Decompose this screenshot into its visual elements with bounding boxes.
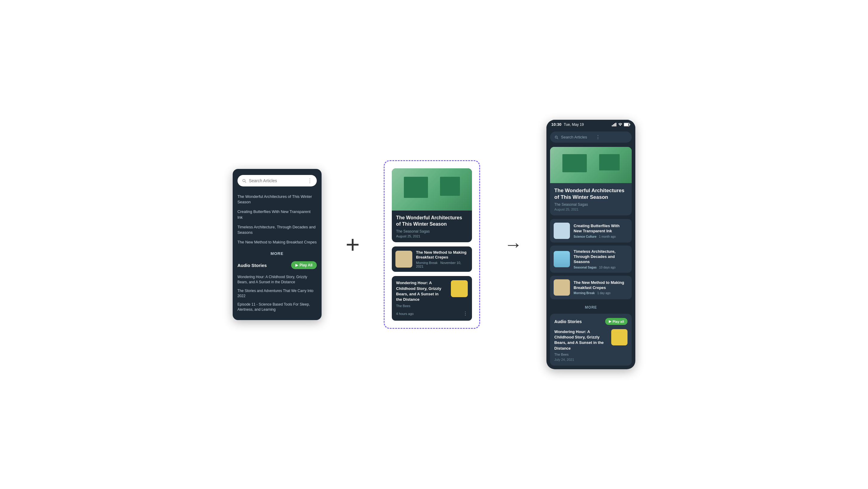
article-source: Seasonal Sagas [574, 266, 596, 269]
article-time: 1 day ago [597, 291, 611, 295]
list-article-card[interactable]: Timeless Architecture, Through Decades a… [550, 246, 632, 273]
audio-card-title: Wondering Hour: A Childhood Story, Grizz… [396, 280, 444, 302]
bees-image [611, 329, 627, 345]
big-featured-card[interactable]: The Wonderful Architectures of This Wint… [550, 147, 632, 215]
list-item[interactable]: The New Method to Making Breakfast Crepe… [238, 237, 317, 247]
search-input[interactable] [249, 178, 305, 183]
audio-item[interactable]: Wondering Hour: A Childhood Story, Grizz… [238, 273, 317, 287]
bees-image [451, 280, 468, 297]
article-meta: Science Culture 1 month ago [574, 235, 628, 238]
article-time: 10 days ago [599, 266, 616, 269]
more-button[interactable]: MORE [238, 251, 317, 256]
svg-point-4 [620, 125, 621, 126]
left-phone: ⋮ The Wonderful Architectures of This Wi… [233, 169, 321, 320]
article-content: Creating Butterflies With New Transparen… [574, 224, 628, 238]
svg-rect-2 [614, 123, 615, 126]
audio-section: Audio Stories ▶ Play all Wondering Hour:… [550, 314, 632, 366]
featured-article-source: The Seasonal Sagas [396, 229, 468, 233]
article-meta: Morning Break 1 day ago [574, 291, 628, 295]
center-component: The Wonderful Architectures of This Wint… [384, 160, 480, 329]
left-article-list: The Wonderful Architectures of This Wint… [238, 192, 317, 247]
list-item[interactable]: Timeless Architecture, Through Decades a… [238, 222, 317, 237]
right-phone: 10:30 Tue, May 19 [547, 120, 635, 369]
featured-article-date: August 25, 2021 [396, 234, 468, 238]
small-article-title: The New Method to Making Breakfast Crepe… [416, 250, 468, 260]
audio-story-card[interactable]: Wondering Hour: A Childhood Story, Grizz… [392, 276, 472, 321]
list-item[interactable]: The Wonderful Architectures of This Wint… [238, 192, 317, 207]
signal-icon [612, 123, 617, 126]
audio-item[interactable]: Episode 11 - Science Based Tools For Sle… [238, 300, 317, 314]
glasses-image [554, 223, 570, 239]
crepes-image [396, 251, 412, 267]
article-title: The New Method to Making Breakfast Crepe… [574, 280, 628, 290]
svg-rect-3 [615, 123, 616, 126]
play-all-label: Play All [300, 263, 313, 267]
article-image [554, 279, 570, 296]
article-title: Timeless Architecture, Through Decades a… [574, 249, 628, 264]
search-icon [242, 178, 247, 183]
big-featured-date: August 25, 2021 [554, 207, 627, 211]
play-all-label: Play all [613, 320, 624, 323]
article-source: Morning Break [574, 291, 595, 295]
search-icon [554, 135, 558, 139]
featured-article-image [392, 168, 472, 210]
audio-featured-date: July 24, 2021 [554, 358, 608, 362]
audio-list: Wondering Hour: A Childhood Story, Grizz… [238, 273, 317, 314]
small-article-meta: Morning Break November 10, 2021 [416, 261, 468, 268]
phone-more-button[interactable]: MORE [550, 302, 632, 313]
audio-featured-content: Wondering Hour: A Childhood Story, Grizz… [554, 329, 608, 362]
audio-section-header: Audio Stories ▶ Play All [238, 261, 317, 269]
crepes-image [554, 279, 570, 296]
plus-operator: + [346, 231, 360, 259]
audio-featured-source: The Bees [554, 353, 608, 356]
svg-rect-0 [612, 125, 613, 126]
more-options-icon[interactable]: ⋮ [307, 177, 313, 184]
svg-rect-6 [624, 123, 628, 126]
search-placeholder: Search Articles [561, 135, 593, 139]
list-article-card[interactable]: The New Method to Making Breakfast Crepe… [550, 276, 632, 299]
audio-item[interactable]: The Stories and Adventures That We Carry… [238, 287, 317, 300]
audio-card-thumbnail [451, 280, 468, 297]
audio-section-title: Audio Stories [238, 263, 267, 268]
status-icons [612, 123, 630, 126]
audio-card-source: The Bees [396, 304, 444, 308]
status-bar: 10:30 Tue, May 19 [547, 120, 635, 128]
audio-section-title: Audio Stories [554, 319, 582, 324]
phone-search-bar[interactable]: Search Articles ⋮ [550, 132, 632, 143]
audio-featured-title: Wondering Hour: A Childhood Story, Grizz… [554, 329, 608, 351]
play-all-button[interactable]: ▶ Play all [605, 318, 627, 325]
small-article-card[interactable]: The New Method to Making Breakfast Crepe… [392, 247, 472, 272]
article-image [554, 223, 570, 239]
featured-article-card[interactable]: The Wonderful Architectures of This Wint… [392, 168, 472, 242]
audio-card-footer: 4 hours ago ⋮ [396, 311, 468, 316]
left-search-bar[interactable]: ⋮ [238, 175, 317, 186]
building-image [392, 168, 472, 210]
wifi-icon [618, 123, 623, 126]
big-featured-source: The Seasonal Sagas [554, 202, 627, 207]
featured-article-content: The Wonderful Architectures of This Wint… [392, 210, 472, 242]
audio-featured-thumbnail [611, 329, 627, 345]
audio-options-icon[interactable]: ⋮ [463, 311, 468, 316]
list-article-card[interactable]: Creating Butterflies With New Transparen… [550, 219, 632, 242]
phone-main-content: Search Articles ⋮ The Wonderful Architec… [547, 128, 635, 369]
arrow-operator: → [504, 234, 522, 255]
architecture-image [554, 251, 570, 267]
article-title: Creating Butterflies With New Transparen… [574, 224, 628, 234]
status-date: Tue, May 19 [564, 122, 584, 127]
status-time: 10:30 [551, 122, 561, 127]
play-icon: ▶ [609, 319, 611, 323]
audio-section-header: Audio Stories ▶ Play all [554, 318, 627, 325]
battery-icon [624, 123, 630, 126]
play-all-button[interactable]: ▶ Play All [291, 261, 317, 269]
small-article-content: The New Method to Making Breakfast Crepe… [416, 250, 468, 268]
list-item[interactable]: Creating Butterflies With New Transparen… [238, 207, 317, 222]
article-content: Timeless Architecture, Through Decades a… [574, 249, 628, 269]
search-options-icon[interactable]: ⋮ [595, 134, 628, 140]
audio-featured-item[interactable]: Wondering Hour: A Childhood Story, Grizz… [554, 329, 627, 362]
article-source: Science Culture [574, 235, 596, 238]
big-featured-content: The Wonderful Architectures of This Wint… [550, 183, 632, 215]
article-time: 1 month ago [599, 235, 616, 238]
building-image [550, 147, 632, 183]
small-article-source: Morning Break [416, 261, 438, 264]
play-icon: ▶ [296, 263, 298, 267]
